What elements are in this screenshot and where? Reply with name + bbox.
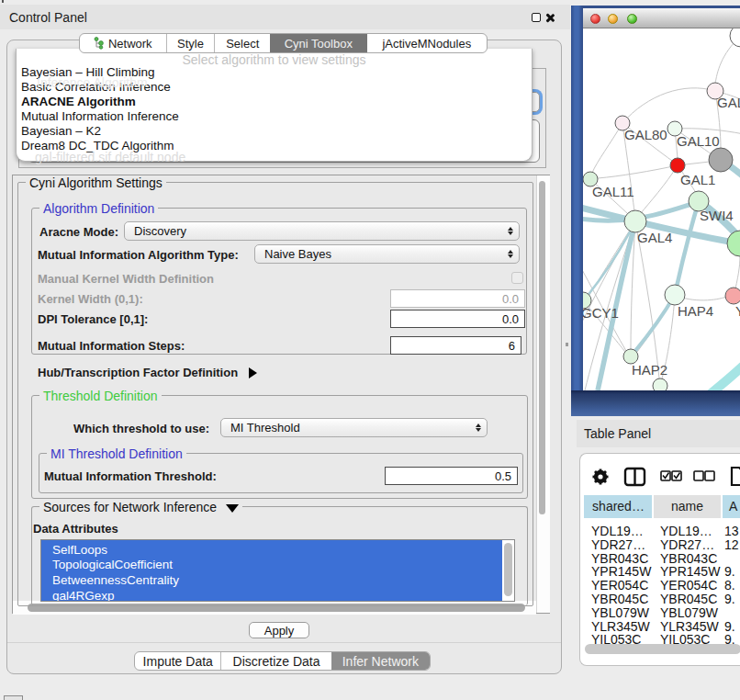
svg-text:GCY1: GCY1 <box>583 305 619 321</box>
svg-text:GAL4: GAL4 <box>637 230 672 245</box>
svg-text:GAL11: GAL11 <box>592 184 634 199</box>
svg-text:GAL1: GAL1 <box>680 172 715 187</box>
svg-text:HAP4: HAP4 <box>678 303 713 319</box>
svg-text:HAP2: HAP2 <box>632 362 667 378</box>
svg-text:GAL80: GAL80 <box>624 127 667 142</box>
svg-text:SWI4: SWI4 <box>700 208 734 223</box>
svg-text:GAL: GAL <box>717 95 740 110</box>
svg-text:GAL10: GAL10 <box>677 133 720 149</box>
svg-text:Y: Y <box>735 303 740 319</box>
